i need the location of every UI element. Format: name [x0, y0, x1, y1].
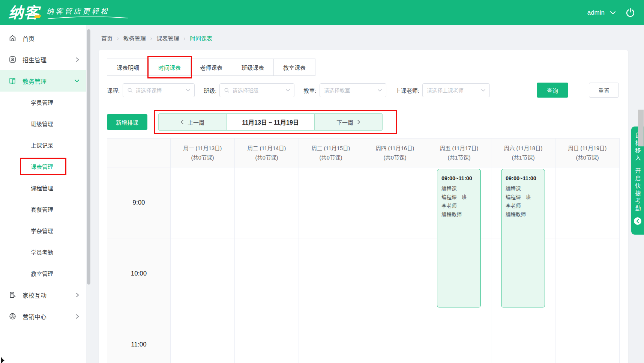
- schedule-cell[interactable]: [299, 238, 363, 309]
- chevron-down-icon: [481, 89, 486, 92]
- sidebar-subitem-lesson-records[interactable]: 上课记录: [0, 134, 86, 156]
- breadcrumb-separator: ›: [117, 35, 119, 41]
- query-button[interactable]: 查询: [537, 83, 568, 98]
- schedule-cell[interactable]: [491, 309, 555, 363]
- day-lesson-count: (共0节课): [555, 153, 619, 163]
- sidebar-subitem-courses[interactable]: 课程管理: [0, 177, 86, 199]
- day-lesson-count: (共0节课): [363, 153, 427, 163]
- schedule-cell[interactable]: [427, 309, 491, 363]
- day-header-wed: 周三 (11月15日) (共0节课): [299, 139, 363, 167]
- breadcrumb-academic[interactable]: 教务管理: [123, 34, 146, 42]
- sidebar-subitem-timetable[interactable]: 课表管理: [0, 156, 86, 177]
- logout-power-icon[interactable]: [626, 8, 635, 17]
- schedule-body: 9:00 10:00: [107, 167, 619, 363]
- mouse-cursor-artifact: [0, 355, 8, 363]
- week-date-range: 11月13日 ~ 11月19日: [226, 113, 315, 131]
- sidebar-scrollbar-thumb[interactable]: [87, 29, 90, 285]
- day-label: 周四 (11月16日): [363, 144, 427, 153]
- filter-class: 班级: 请选择班级: [204, 83, 294, 97]
- tab-schedule-detail[interactable]: 课表明细: [107, 59, 149, 76]
- sidebar-scrollbar-track[interactable]: [87, 25, 90, 363]
- event-course: 编程课: [506, 184, 540, 193]
- logo-characters: 纳客: [8, 5, 40, 21]
- sidebar-subitem-classes[interactable]: 班级管理: [0, 113, 86, 134]
- filter-room-label: 教室:: [303, 86, 316, 94]
- sidebar-item-home[interactable]: 首页: [0, 27, 86, 49]
- sidebar-item-label: 招生管理: [23, 55, 47, 64]
- event-role: 编程教师: [506, 210, 540, 219]
- sidebar-item-academic[interactable]: 教务管理: [0, 70, 86, 92]
- subitem-label: 班级管理: [31, 120, 53, 128]
- schedule-cell[interactable]: [555, 167, 619, 238]
- time-label: 10:00: [107, 238, 170, 309]
- schedule-cell[interactable]: [363, 309, 427, 363]
- subitem-label: 学员考勤: [31, 248, 53, 256]
- tab-classroom-schedule[interactable]: 教室课表: [273, 59, 315, 76]
- sidebar-item-marketing[interactable]: 营销中心: [0, 306, 86, 327]
- brand-logo: 纳客 纳客管店更轻松: [8, 5, 129, 20]
- schedule-cell[interactable]: [299, 309, 363, 363]
- breadcrumb-timetable-mgmt[interactable]: 课表管理: [156, 34, 179, 42]
- schedule-cell[interactable]: [234, 167, 299, 238]
- page-scrollbar-thumb[interactable]: [638, 110, 644, 146]
- event-class: 编程课一班: [441, 193, 476, 202]
- quick-attendance-line2: 开启快捷考勤: [635, 168, 641, 213]
- filter-class-label: 班级:: [204, 86, 216, 94]
- tab-teacher-schedule[interactable]: 老师课表: [190, 59, 232, 76]
- tab-time-schedule[interactable]: 时间课表: [149, 59, 191, 76]
- day-label: 周二 (11月14日): [235, 144, 299, 153]
- breadcrumb-home[interactable]: 首页: [101, 34, 113, 42]
- sidebar-subitem-fees[interactable]: 学杂管理: [0, 220, 86, 241]
- teacher-select-placeholder: 请选择上课老师: [427, 86, 464, 94]
- schedule-cell[interactable]: [555, 238, 619, 309]
- tab-class-schedule[interactable]: 班级课表: [232, 59, 274, 76]
- schedule-cell[interactable]: [363, 238, 427, 309]
- schedule-row-11: 11:00: [107, 309, 619, 363]
- breadcrumb: 首页 › 教务管理 › 课表管理 › 时间课表: [91, 25, 644, 42]
- event-card-saturday[interactable]: 09:00~11:00 编程课 编程课一班 李老师 编程教师: [501, 169, 545, 307]
- day-label: 周一 (11月13日): [171, 144, 234, 153]
- event-card-friday[interactable]: 09:00~11:00 编程课 编程课一班 李老师 编程教师: [437, 169, 481, 307]
- app-header: 纳客 纳客管店更轻松 admin: [0, 0, 644, 25]
- schedule-cell[interactable]: [170, 238, 234, 309]
- search-icon: [224, 87, 230, 93]
- sidebar-subitem-students[interactable]: 学员管理: [0, 92, 86, 113]
- content-panel: 课表明细 时间课表 老师课表 班级课表 教室课表 课程: 请选择课程 班级:: [99, 50, 628, 363]
- day-header-sat: 周六 (11月18日) (共1节课): [491, 139, 555, 167]
- class-select[interactable]: 请选择班级: [219, 83, 294, 97]
- subitem-label: 套餐管理: [31, 205, 53, 213]
- sidebar-item-enrollment[interactable]: 招生管理: [0, 49, 86, 70]
- sidebar-subitem-packages[interactable]: 套餐管理: [0, 199, 86, 220]
- user-menu-chevron-down-icon[interactable]: [610, 11, 616, 15]
- room-select[interactable]: 请选择教室: [320, 83, 386, 97]
- sidebar-item-label: 家校互动: [23, 291, 47, 300]
- schedule-cell[interactable]: [555, 309, 619, 363]
- day-label: 周五 (11月17日): [427, 144, 491, 153]
- event-time: 09:00~11:00: [441, 175, 476, 181]
- sidebar-subitem-classrooms[interactable]: 教室管理: [0, 263, 86, 284]
- schedule-cell[interactable]: [234, 309, 299, 363]
- add-schedule-button[interactable]: 新增排课: [107, 114, 147, 130]
- filter-course-label: 课程:: [107, 86, 120, 94]
- schedule-cell[interactable]: [170, 167, 234, 238]
- schedule-cell[interactable]: [234, 238, 299, 309]
- subitem-label: 课表管理: [31, 163, 53, 170]
- schedule-cell[interactable]: [299, 167, 363, 238]
- prev-week-label: 上一周: [188, 118, 204, 126]
- next-week-button[interactable]: 下一周: [314, 113, 383, 131]
- day-lesson-count: (共1节课): [427, 153, 491, 163]
- target-icon: [8, 312, 17, 321]
- event-time: 09:00~11:00: [506, 175, 540, 181]
- course-select[interactable]: 请选择课程: [123, 83, 195, 97]
- reset-button[interactable]: 重置: [589, 83, 619, 98]
- teacher-select[interactable]: 请选择上课老师: [422, 83, 490, 97]
- schedule-cell[interactable]: [170, 309, 234, 363]
- username-label[interactable]: admin: [587, 9, 605, 17]
- prev-week-button[interactable]: 上一周: [158, 113, 227, 131]
- sidebar-item-home-school[interactable]: 家校互动: [0, 284, 86, 306]
- school-building-icon: [8, 291, 17, 299]
- schedule-cell[interactable]: [363, 167, 427, 238]
- sidebar-subitem-attendance[interactable]: 学员考勤: [0, 241, 86, 263]
- subitem-label: 学杂管理: [31, 227, 53, 235]
- day-header-sun: 周日 (11月19日) (共0节课): [555, 139, 619, 167]
